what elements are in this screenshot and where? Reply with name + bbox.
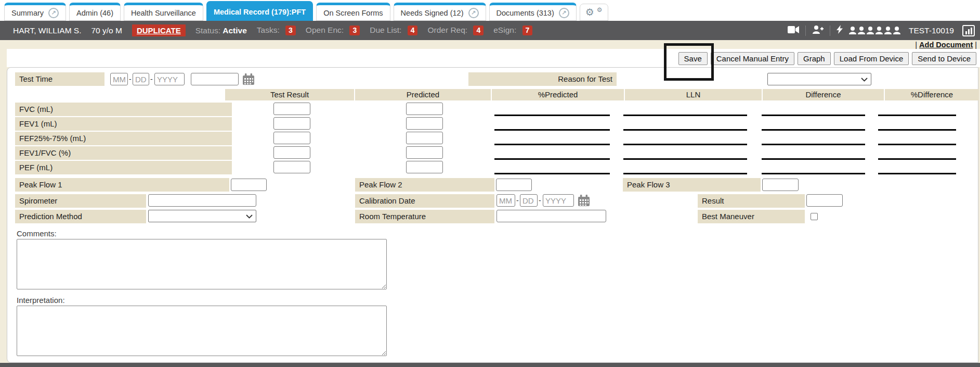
toolbar-buttons: Save Cancel Manual Entry Graph Load From…	[678, 52, 976, 65]
row-label-fef25-75: FEF25%-75% (mL)	[15, 132, 232, 145]
col-header-predicted: Predicted	[355, 89, 491, 100]
result-input[interactable]	[806, 194, 843, 207]
test-time-label: Test Time	[15, 72, 104, 86]
fev1-fvc-predicted-input[interactable]	[406, 146, 443, 159]
result-label: Result	[698, 194, 805, 208]
pft-form-panel: Test Time - - Reason for Test Test Resul…	[7, 67, 978, 363]
best-maneuver-checkbox[interactable]	[811, 213, 818, 220]
results-table-header: Test Result Predicted %Predicted LLN Dif…	[225, 89, 979, 100]
patient-bar: HART, WILLIAM S. 70 y/o M DUPLICATE Stat…	[0, 21, 980, 40]
add-document-link[interactable]: | Add Document |	[915, 41, 977, 49]
test-day-input[interactable]	[133, 73, 149, 85]
add-person-icon[interactable]	[812, 26, 824, 36]
peak-flow-1-input[interactable]	[231, 179, 267, 191]
fev1-test-result-input[interactable]	[273, 117, 310, 130]
fev1-fvc-test-result-input[interactable]	[273, 146, 310, 159]
pef-difference-line	[762, 173, 865, 174]
fef-predicted-input[interactable]	[406, 132, 443, 144]
peak-flow-2-input[interactable]	[496, 179, 532, 191]
pipe: |	[915, 41, 917, 49]
row-label-fev1-fvc: FEV1/FVC (%)	[15, 146, 232, 160]
tab-on-screen-forms[interactable]: On Screen Forms	[316, 3, 390, 21]
tab-admin[interactable]: Admin (46)	[69, 3, 121, 21]
order-req-count-badge[interactable]: 4	[473, 26, 484, 35]
calibration-year-input[interactable]	[543, 194, 574, 207]
tab-health-surveillance[interactable]: Health Surveillance	[124, 3, 203, 21]
calendar-icon[interactable]	[578, 195, 590, 208]
tab-medical-record[interactable]: Medical Record (179):PFT	[206, 1, 313, 21]
calibration-day-input[interactable]	[520, 194, 538, 207]
date-separator: -	[150, 75, 153, 83]
spirometer-label: Spirometer	[15, 194, 146, 208]
bar-chart-icon[interactable]	[962, 25, 975, 36]
patient-name: HART, WILLIAM S.	[13, 26, 82, 35]
calibration-month-input[interactable]	[496, 194, 515, 207]
open-in-new-icon[interactable]: ↗	[48, 8, 59, 18]
fef-test-result-input[interactable]	[273, 132, 310, 144]
col-header-percent-predicted: %Predicted	[492, 89, 624, 100]
col-header-lln: LLN	[625, 89, 762, 100]
esign-count-badge[interactable]: 7	[522, 26, 533, 35]
fev1-fvc-percent-difference-line	[878, 158, 956, 160]
due-list-count-badge[interactable]: 4	[408, 26, 418, 35]
fef-difference-line	[762, 144, 865, 145]
room-temperature-input[interactable]	[496, 210, 606, 222]
duplicate-badge[interactable]: DUPLICATE	[132, 24, 186, 36]
graph-button[interactable]: Graph	[798, 52, 831, 65]
tab-documents-label: Documents (313)	[496, 9, 554, 17]
col-header-difference: Difference	[763, 89, 884, 100]
test-month-input[interactable]	[110, 73, 128, 85]
tab-documents[interactable]: Documents (313) ↗	[489, 3, 577, 21]
fef-percent-difference-line	[878, 144, 956, 145]
fev1-difference-line	[762, 129, 865, 131]
interpretation-textarea[interactable]	[17, 306, 387, 356]
tab-bar: Summary ↗ Admin (46) Health Surveillance…	[0, 0, 980, 21]
tab-settings[interactable]: ⚙ ⚙	[580, 4, 608, 21]
test-year-input[interactable]	[154, 73, 185, 85]
interpretation-label: Interpretation:	[17, 296, 65, 305]
gears-icon: ⚙	[597, 7, 603, 13]
calendar-icon[interactable]	[243, 73, 254, 87]
save-button[interactable]: Save	[678, 52, 708, 65]
spirometer-input[interactable]	[148, 194, 256, 207]
tasks-count-badge[interactable]: 3	[285, 26, 296, 35]
status-label: Status:	[195, 26, 220, 35]
pef-test-result-input[interactable]	[273, 161, 310, 173]
video-camera-icon[interactable]	[788, 26, 799, 35]
tab-summary[interactable]: Summary ↗	[4, 3, 66, 21]
patient-age-sex: 70 y/o M	[92, 26, 122, 35]
open-in-new-icon[interactable]: ↗	[559, 8, 569, 18]
pef-predicted-input[interactable]	[406, 161, 443, 173]
peak-flow-3-label: Peak Flow 3	[623, 178, 761, 192]
chevron-down-icon	[861, 78, 868, 82]
fvc-predicted-input[interactable]	[406, 103, 443, 115]
peak-flow-3-input[interactable]	[762, 179, 799, 191]
prediction-method-select[interactable]	[148, 210, 256, 222]
load-from-device-button[interactable]: Load From Device	[834, 52, 909, 65]
send-to-device-button[interactable]: Send to Device	[912, 52, 976, 65]
fev1-percent-difference-line	[878, 129, 956, 131]
tab-needs-signed-label: Needs Signed (12)	[401, 9, 464, 17]
reason-for-test-select[interactable]	[767, 73, 871, 85]
fvc-percent-difference-line	[878, 115, 956, 116]
due-list-label: Due List:	[370, 26, 401, 34]
tab-health-surveillance-label: Health Surveillance	[131, 9, 196, 17]
gears-icon: ⚙	[585, 7, 594, 17]
tab-needs-signed[interactable]: Needs Signed (12) ↗	[394, 3, 486, 21]
open-in-new-icon[interactable]: ↗	[468, 8, 479, 18]
fev1-predicted-input[interactable]	[406, 117, 443, 130]
fvc-difference-line	[762, 115, 865, 116]
cancel-manual-entry-button[interactable]: Cancel Manual Entry	[711, 52, 794, 65]
comments-textarea[interactable]	[17, 239, 387, 289]
open-enc-count-badge[interactable]: 3	[349, 26, 360, 35]
calibration-date-label: Calibration Date	[355, 194, 494, 208]
care-team-icons[interactable]	[849, 27, 900, 34]
date-separator: -	[516, 196, 519, 205]
pipe: |	[975, 41, 977, 49]
fvc-test-result-input[interactable]	[273, 103, 310, 115]
test-time-input[interactable]	[191, 73, 239, 85]
best-maneuver-label: Best Maneuver	[698, 210, 805, 223]
add-document-label[interactable]: Add Document	[919, 41, 973, 49]
lightning-icon[interactable]	[837, 25, 843, 36]
row-label-pef: PEF (mL)	[15, 161, 232, 174]
